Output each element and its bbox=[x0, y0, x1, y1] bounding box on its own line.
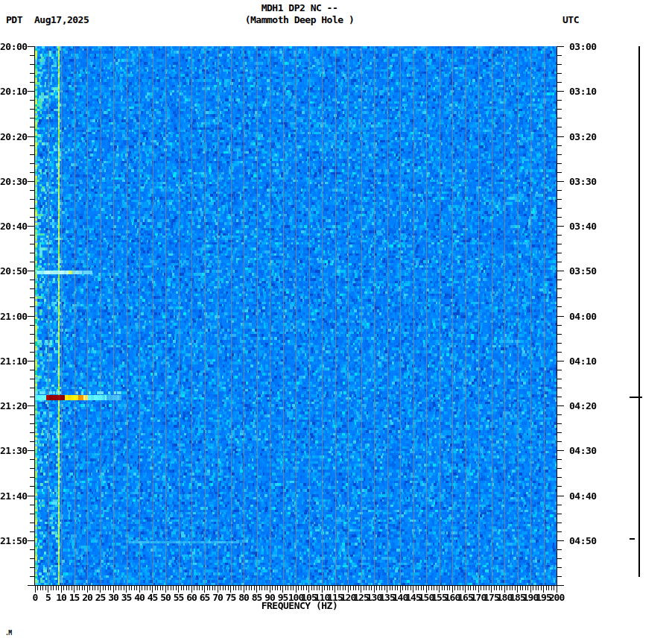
freq-tick bbox=[121, 586, 121, 590]
freq-tick bbox=[66, 586, 67, 590]
time-tick-left bbox=[30, 217, 34, 218]
time-tick-left bbox=[30, 505, 34, 505]
time-tick-left bbox=[28, 585, 34, 586]
footer-mark: .M bbox=[5, 631, 12, 637]
time-tick-left bbox=[30, 297, 34, 298]
freq-tick bbox=[155, 586, 156, 590]
time-tick-left bbox=[30, 423, 34, 424]
time-tick-left bbox=[30, 576, 34, 577]
freq-tick bbox=[533, 586, 533, 590]
freq-tick bbox=[303, 586, 304, 590]
freq-tick bbox=[58, 586, 59, 590]
time-tick-left bbox=[30, 190, 34, 191]
freq-tick bbox=[176, 586, 177, 590]
freq-tick bbox=[381, 586, 382, 590]
freq-tick bbox=[215, 586, 215, 590]
freq-tick bbox=[241, 586, 241, 590]
time-tick-right bbox=[557, 496, 564, 496]
freq-tick bbox=[199, 586, 200, 590]
time-tick-left bbox=[30, 280, 34, 280]
freq-tick bbox=[212, 586, 213, 590]
freq-tick bbox=[110, 586, 111, 590]
time-tick-left bbox=[30, 343, 34, 344]
time-tick-left bbox=[30, 459, 34, 460]
freq-tick bbox=[202, 586, 203, 590]
freq-tick bbox=[343, 586, 343, 590]
freq-tick bbox=[541, 586, 542, 590]
time-tick-right bbox=[557, 585, 564, 586]
time-tick-right bbox=[557, 459, 562, 460]
freq-tick bbox=[209, 586, 210, 590]
freq-tick bbox=[475, 586, 476, 590]
time-tick-left bbox=[28, 91, 34, 92]
time-tick-right bbox=[557, 181, 564, 182]
time-label-utc: 03:20 bbox=[569, 132, 597, 142]
time-tick-left bbox=[30, 172, 34, 173]
time-tick-left bbox=[30, 414, 34, 415]
freq-tick bbox=[115, 586, 116, 590]
time-tick-left bbox=[30, 100, 34, 101]
time-tick-right bbox=[557, 361, 564, 362]
freq-tick bbox=[473, 586, 474, 590]
freq-tick bbox=[494, 586, 495, 590]
freq-tick bbox=[332, 586, 333, 590]
freq-tick bbox=[358, 586, 359, 590]
freq-tick bbox=[183, 586, 184, 590]
time-tick-left bbox=[28, 316, 34, 317]
time-tick-left bbox=[30, 208, 34, 209]
freq-tick bbox=[364, 586, 364, 590]
freq-tick bbox=[306, 586, 307, 590]
time-tick-right bbox=[557, 154, 562, 155]
freq-tick bbox=[340, 586, 340, 590]
freq-tick bbox=[551, 586, 552, 590]
time-label-pdt: 20:20 bbox=[0, 132, 27, 142]
time-tick-right bbox=[557, 370, 562, 370]
freq-tick bbox=[481, 586, 481, 590]
time-tick-left bbox=[30, 163, 34, 164]
freq-tick bbox=[251, 586, 252, 590]
freq-tick bbox=[194, 586, 194, 590]
freq-tick bbox=[277, 586, 278, 590]
time-tick-right bbox=[557, 262, 562, 262]
freq-tick bbox=[337, 586, 338, 590]
freq-tick bbox=[317, 586, 317, 590]
freq-tick bbox=[536, 586, 536, 590]
trace-event-tick-large bbox=[630, 397, 642, 398]
time-tick-left bbox=[30, 118, 34, 119]
freq-tick bbox=[275, 586, 276, 590]
freq-tick bbox=[95, 586, 95, 590]
time-tick-left bbox=[30, 109, 34, 110]
time-tick-right bbox=[557, 397, 562, 397]
freq-tick bbox=[329, 586, 330, 590]
freq-tick bbox=[134, 586, 135, 590]
freq-tick bbox=[431, 586, 432, 590]
time-label-pdt: 21:20 bbox=[0, 401, 27, 411]
time-tick-left bbox=[30, 325, 34, 326]
time-tick-left bbox=[30, 73, 34, 74]
time-tick-right bbox=[557, 549, 562, 550]
time-label-pdt: 21:10 bbox=[0, 356, 27, 366]
freq-tick bbox=[267, 586, 267, 590]
timezone-left-label: PDT bbox=[6, 15, 22, 25]
freq-tick bbox=[371, 586, 372, 590]
time-label-pdt: 20:50 bbox=[0, 266, 27, 276]
freq-tick bbox=[369, 586, 370, 590]
time-label-utc: 04:10 bbox=[569, 356, 597, 366]
freq-tick bbox=[264, 586, 265, 590]
time-label-utc: 04:00 bbox=[569, 312, 597, 321]
freq-tick bbox=[353, 586, 354, 590]
time-tick-right bbox=[557, 423, 562, 424]
freq-tick bbox=[484, 586, 484, 590]
time-tick-left bbox=[30, 334, 34, 335]
freq-tick bbox=[254, 586, 255, 590]
freq-tick bbox=[454, 586, 455, 590]
time-tick-left bbox=[30, 370, 34, 370]
time-tick-right bbox=[557, 118, 562, 119]
time-tick-right bbox=[557, 531, 562, 532]
time-tick-right bbox=[557, 316, 564, 317]
time-tick-left bbox=[30, 253, 34, 253]
freq-tick bbox=[468, 586, 469, 590]
freq-tick bbox=[108, 586, 109, 590]
time-tick-left bbox=[30, 441, 34, 442]
freq-tick bbox=[186, 586, 187, 590]
